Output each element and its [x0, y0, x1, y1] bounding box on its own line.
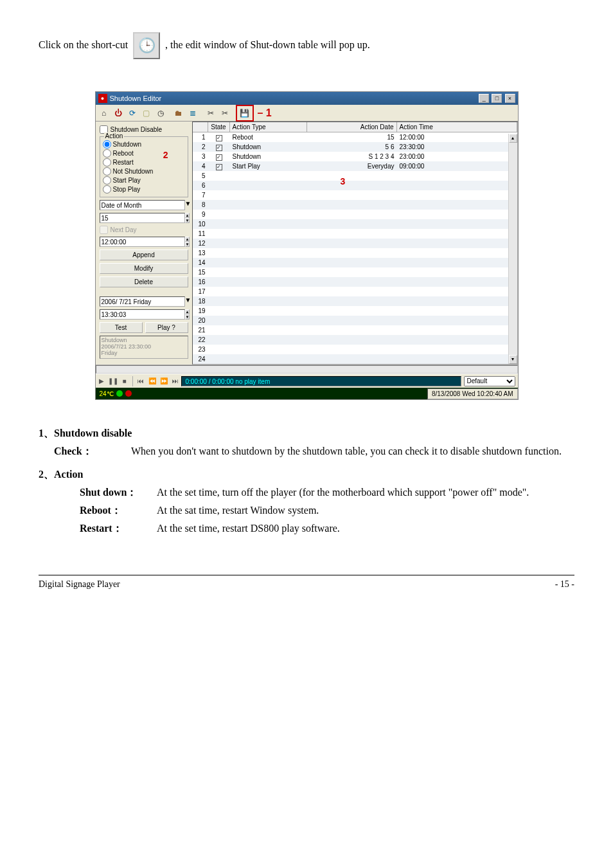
- tool-doc-icon[interactable]: ▢: [140, 107, 153, 120]
- spin-down-icon[interactable]: ▼: [185, 218, 190, 223]
- spin-down-icon[interactable]: ▼: [185, 314, 190, 320]
- tool-cut-icon[interactable]: ✂: [204, 107, 217, 120]
- spin-up-icon[interactable]: ▲: [185, 309, 190, 314]
- radio-reboot[interactable]: Reboot: [103, 149, 185, 158]
- profile-select[interactable]: Default: [464, 376, 515, 386]
- day-input[interactable]: [100, 213, 185, 223]
- temperature-indicator: 24℃: [96, 390, 136, 397]
- table-row[interactable]: 22: [193, 335, 517, 345]
- next-day-checkbox: Next Day: [100, 226, 188, 234]
- table-row[interactable]: 9: [193, 210, 517, 219]
- close-button[interactable]: ×: [505, 94, 515, 103]
- info-block: Shutdown 2006/7/21 23:30:00 Friday: [100, 336, 188, 359]
- date-picker[interactable]: [100, 296, 185, 307]
- state-checkbox-icon[interactable]: ✓: [216, 145, 222, 151]
- horizontal-scrollbar[interactable]: [96, 365, 518, 374]
- schedule-grid: State Action Type Action Date Action Tim…: [192, 122, 518, 365]
- status-green-icon: [116, 390, 123, 397]
- next-icon[interactable]: ⏩: [158, 375, 170, 387]
- tool-list-icon[interactable]: ≣: [186, 107, 199, 120]
- table-row[interactable]: 8: [193, 200, 517, 210]
- time-input-1[interactable]: [100, 237, 185, 247]
- spin-up-icon[interactable]: ▲: [185, 237, 190, 242]
- minimize-button[interactable]: _: [479, 94, 489, 103]
- table-row[interactable]: 3✓ShutdownS 1 2 3 423:00:00: [193, 152, 517, 161]
- radio-not-shutdown[interactable]: Not Shutdown: [103, 167, 185, 176]
- last-icon[interactable]: ⏭: [170, 375, 181, 387]
- player-bar: ▶ ❚❚ ■ ⏮ ⏪ ⏩ ⏭ 0:00:00 / 0:00:00 no play…: [96, 374, 518, 388]
- radio-restart[interactable]: Restart: [103, 158, 185, 167]
- delete-button[interactable]: Delete: [100, 276, 188, 287]
- first-icon[interactable]: ⏮: [135, 375, 147, 387]
- table-row[interactable]: 12: [193, 239, 517, 248]
- left-panel: Shutdown Disable Action Shutdown Reboot …: [96, 122, 192, 365]
- period-select[interactable]: [100, 200, 185, 210]
- time-input-2[interactable]: [100, 309, 185, 320]
- dropdown-arrow-icon[interactable]: ▼: [185, 200, 191, 207]
- marker-3: 3: [341, 176, 346, 186]
- radio-start-play[interactable]: Start Play: [103, 176, 185, 185]
- status-red-icon: [125, 390, 132, 397]
- table-row[interactable]: 21: [193, 325, 517, 335]
- app-icon: ●: [98, 94, 107, 103]
- spin-up-icon[interactable]: ▲: [185, 213, 190, 218]
- action-legend: Action: [104, 132, 125, 140]
- tool-folder-icon[interactable]: 🖿: [172, 107, 185, 120]
- radio-stop-play[interactable]: Stop Play: [103, 185, 185, 194]
- table-row[interactable]: 15: [193, 267, 517, 277]
- table-row[interactable]: 6: [193, 181, 517, 190]
- table-row[interactable]: 1✓Reboot1512:00:00: [193, 132, 517, 142]
- table-row[interactable]: 7: [193, 190, 517, 200]
- scroll-down-icon[interactable]: ▼: [509, 355, 517, 364]
- tool-reboot-icon[interactable]: ⟳: [126, 107, 139, 120]
- grid-header: State Action Type Action Date Action Tim…: [193, 122, 517, 132]
- play-icon[interactable]: ▶: [96, 375, 107, 387]
- tool-home-icon[interactable]: ⌂: [98, 107, 111, 120]
- test-button[interactable]: Test: [100, 322, 143, 333]
- table-row[interactable]: 19: [193, 306, 517, 316]
- window-title: Shutdown Editor: [110, 95, 162, 102]
- state-checkbox-icon[interactable]: ✓: [216, 135, 222, 141]
- page-footer: Digital Signage Player - 15 -: [39, 575, 574, 590]
- table-row[interactable]: 2✓Shutdown5 623:30:00: [193, 142, 517, 152]
- table-row[interactable]: 23: [193, 345, 517, 354]
- status-bar: 24℃ 8/13/2008 Wed 10:20:40 AM: [96, 388, 518, 399]
- table-row[interactable]: 17: [193, 287, 517, 296]
- table-row[interactable]: 13: [193, 248, 517, 258]
- table-row[interactable]: 14: [193, 258, 517, 267]
- section-1-title: 1、Shutdown disable: [39, 426, 574, 441]
- spin-down-icon[interactable]: ▼: [185, 242, 190, 247]
- table-row[interactable]: 11: [193, 229, 517, 239]
- modify-button[interactable]: Modify: [100, 263, 188, 274]
- section-2b-row: Reboot At the sat time, restart Window s…: [80, 503, 574, 518]
- table-row[interactable]: 20: [193, 316, 517, 325]
- table-row[interactable]: 4✓Start PlayEveryday09:00:00: [193, 161, 517, 171]
- tool-power-icon[interactable]: ⏻: [112, 107, 125, 120]
- clock-icon: 🕒: [133, 32, 160, 59]
- table-row[interactable]: 16: [193, 277, 517, 287]
- append-button[interactable]: Append: [100, 249, 188, 260]
- table-row[interactable]: 10: [193, 219, 517, 229]
- prev-icon[interactable]: ⏪: [147, 375, 158, 387]
- play-button[interactable]: Play ?: [145, 322, 188, 333]
- dropdown-arrow-icon[interactable]: ▼: [185, 296, 191, 303]
- save-icon[interactable]: 💾: [238, 107, 251, 120]
- maximize-button[interactable]: □: [492, 94, 502, 103]
- tool-paste-icon[interactable]: ✂: [218, 107, 231, 120]
- vertical-scrollbar[interactable]: ▲ ▼: [508, 134, 517, 364]
- stop-icon[interactable]: ■: [119, 375, 130, 387]
- state-checkbox-icon[interactable]: ✓: [216, 164, 222, 170]
- scroll-up-icon[interactable]: ▲: [509, 134, 517, 143]
- state-checkbox-icon[interactable]: ✓: [216, 154, 222, 161]
- table-row[interactable]: 24: [193, 354, 517, 364]
- titlebar: ● Shutdown Editor _ □ ×: [96, 92, 518, 105]
- marker-2: 2: [163, 150, 168, 160]
- horizontal-scroll-area: [96, 365, 518, 374]
- table-row[interactable]: 5: [193, 171, 517, 181]
- tool-clock-icon[interactable]: ◷: [154, 107, 167, 120]
- pause-icon[interactable]: ❚❚: [107, 375, 119, 387]
- radio-shutdown[interactable]: Shutdown: [103, 140, 185, 149]
- table-row[interactable]: 18: [193, 296, 517, 306]
- section-2-title: 2、Action: [39, 467, 574, 482]
- doc-body: 1、Shutdown disable Check When you don't …: [39, 426, 574, 536]
